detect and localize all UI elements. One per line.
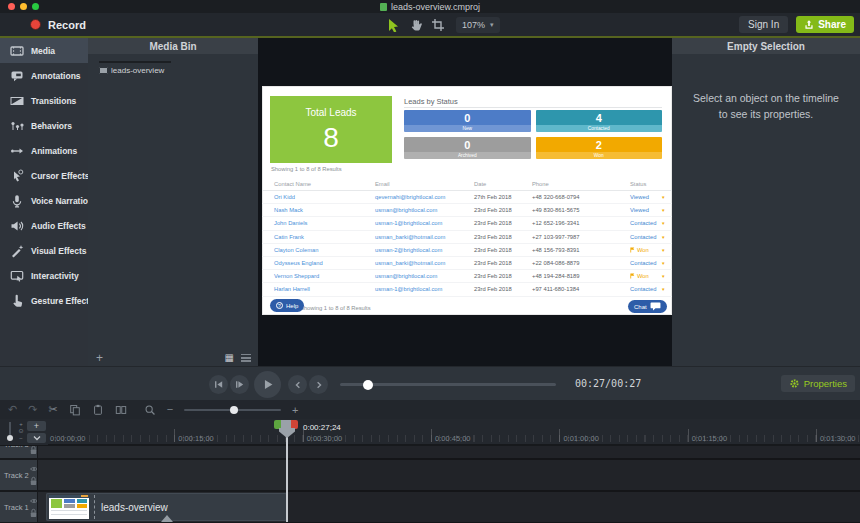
sidebar-item-visual-effects[interactable]: Visual Effects — [0, 238, 88, 263]
table-row: Nash Mackusman@brightlocal.com23rd Feb 2… — [262, 204, 672, 217]
playhead-time-label: 0:00:27;24 — [303, 423, 341, 432]
properties-button[interactable]: Properties — [781, 375, 855, 392]
jump-forward-button[interactable] — [309, 375, 328, 394]
add-track-button[interactable]: + — [27, 421, 46, 431]
window-title: leads-overview.cmproj — [0, 2, 860, 12]
canvas-zoom-dropdown[interactable]: 107% ▾ — [456, 17, 500, 33]
empty-selection-message: Select an object on the timeline to see … — [690, 90, 842, 123]
clip-thumbnail — [49, 495, 89, 519]
sidebar-item-cursor-effects[interactable]: Cursor Effects — [0, 163, 88, 188]
visual-effects-icon — [9, 244, 24, 258]
collapse-tracks-button[interactable] — [27, 433, 46, 443]
track-lane[interactable] — [38, 446, 860, 458]
timeline-toolbar: ↶ ↷ ✂ − + — [0, 400, 860, 419]
timeline-ruler[interactable]: 0:00:00;000:00:15;000:00:30;000:00:45;00… — [0, 419, 860, 445]
playhead-out-handle[interactable] — [291, 420, 298, 429]
track-header: Track 1 — [0, 492, 38, 522]
canvas-media-preview[interactable]: Total Leads 8 Leads by Status 0New4Conta… — [262, 86, 672, 315]
eye-icon[interactable] — [29, 497, 38, 505]
share-button[interactable]: Share — [796, 16, 854, 33]
playhead-in-handle[interactable] — [274, 420, 281, 429]
behaviors-icon — [9, 119, 24, 133]
add-media-button[interactable]: + — [96, 352, 103, 364]
paste-icon[interactable] — [92, 404, 104, 416]
sidebar-item-transitions[interactable]: Transitions — [0, 88, 88, 113]
status-cards: 0New4Contacted0Archived2Won — [404, 110, 662, 159]
grid-view-icon[interactable]: ▦ — [225, 353, 234, 363]
sign-in-button[interactable]: Sign In — [739, 16, 788, 33]
copy-icon[interactable] — [69, 404, 81, 416]
ruler-label: 0:00:00;00 — [50, 434, 85, 443]
track-row-track-2: Track 2 — [0, 460, 860, 490]
play-button[interactable] — [254, 371, 281, 398]
track-lane[interactable] — [38, 460, 860, 490]
crop-tool-icon[interactable] — [430, 17, 445, 32]
playhead-drag-handle[interactable] — [281, 420, 291, 429]
table-row: John Danielsusman-1@brightlocal.com23rd … — [262, 217, 672, 230]
zoom-timeline-icon[interactable] — [144, 404, 156, 416]
jump-back-button[interactable] — [288, 375, 307, 394]
sidebar-item-label: Voice Narration — [31, 196, 93, 206]
sidebar-item-media[interactable]: Media — [0, 38, 88, 63]
zoom-out-icon[interactable]: − — [167, 404, 173, 415]
sidebar-item-animations[interactable]: Animations — [0, 138, 88, 163]
track-name: Track 2 — [4, 471, 29, 480]
sidebar-item-label: Media — [31, 46, 55, 56]
split-icon[interactable] — [115, 404, 127, 416]
list-view-icon[interactable] — [241, 354, 251, 362]
sidebar-item-gesture-effects[interactable]: Gesture Effects — [0, 288, 88, 313]
media-bin-panel: Media Bin leads-overview + ▦ — [88, 38, 258, 366]
track-name: Track 1 — [4, 503, 29, 512]
sidebar-item-label: Cursor Effects — [31, 171, 90, 181]
cut-icon[interactable]: ✂ — [48, 404, 57, 415]
next-frame-button[interactable] — [230, 375, 249, 394]
sidebar-item-interactivity[interactable]: Interactivity — [0, 263, 88, 288]
sidebar-item-audio-effects[interactable]: Audio Effects — [0, 213, 88, 238]
sidebar-item-annotations[interactable]: Annotations — [0, 63, 88, 88]
question-icon: ? — [276, 302, 283, 309]
playback-bar: 00:27/00:27 Properties — [0, 366, 860, 400]
lock-icon[interactable] — [29, 476, 38, 486]
leads-table: Contact NameEmailDatePhoneStatusOri Kidd… — [262, 178, 672, 297]
media-bin-header: Media Bin — [88, 38, 258, 54]
timeline-zoom-handle[interactable] — [230, 406, 238, 414]
ruler-label: 0:01:15;00 — [692, 434, 727, 443]
playhead-handle[interactable] — [274, 420, 298, 429]
redo-icon[interactable]: ↷ — [28, 404, 37, 415]
table-row: Clayton Colemanusman-2@brightlocal.com23… — [262, 244, 672, 257]
media-icon — [9, 44, 24, 58]
canvas-stage[interactable]: Total Leads 8 Leads by Status 0New4Conta… — [258, 38, 672, 366]
select-tool-icon[interactable] — [386, 17, 401, 32]
track-height-zoom-icon: +⊙− — [17, 421, 25, 442]
share-icon — [804, 19, 814, 30]
table-row: Odysseus Englandusman_barki@hotmail.com2… — [262, 257, 672, 270]
tracks: Track 3Track 2Track 1leads-overview — [0, 446, 860, 523]
sidebar-item-label: Interactivity — [31, 271, 79, 281]
pan-tool-icon[interactable] — [408, 17, 423, 32]
zoom-in-icon[interactable]: + — [292, 404, 298, 416]
gear-icon — [789, 378, 800, 389]
previous-frame-button[interactable] — [209, 375, 228, 394]
lock-icon[interactable] — [29, 446, 38, 455]
eye-icon[interactable] — [29, 465, 38, 473]
sidebar-item-voice-narration[interactable]: Voice Narration — [0, 188, 88, 213]
undo-icon[interactable]: ↶ — [8, 404, 17, 415]
playhead-line[interactable] — [286, 428, 288, 522]
sidebar-item-behaviors[interactable]: Behaviors — [0, 113, 88, 138]
ruler-label: 0:00:45;00 — [435, 434, 470, 443]
lock-icon[interactable] — [29, 508, 38, 518]
chat-bubble-icon — [650, 302, 661, 311]
help-button: ? Help — [270, 299, 304, 312]
status-card-new: 0New — [404, 110, 531, 132]
status-card-won: 2Won — [536, 137, 663, 159]
table-row: Ori Kiddqevernahi@brightlocal.com27th Fe… — [262, 191, 672, 204]
ruler-label: 0:00:15;00 — [178, 434, 213, 443]
track-height-slider[interactable] — [9, 422, 11, 440]
seek-handle[interactable] — [363, 380, 373, 390]
media-bin-item[interactable]: leads-overview — [99, 61, 171, 75]
timeline-zoom-slider[interactable] — [184, 409, 281, 411]
seek-slider[interactable] — [340, 383, 556, 386]
video-clip-icon — [99, 67, 108, 74]
record-button[interactable]: Record — [30, 16, 86, 33]
track-lane[interactable]: leads-overview — [38, 492, 860, 522]
